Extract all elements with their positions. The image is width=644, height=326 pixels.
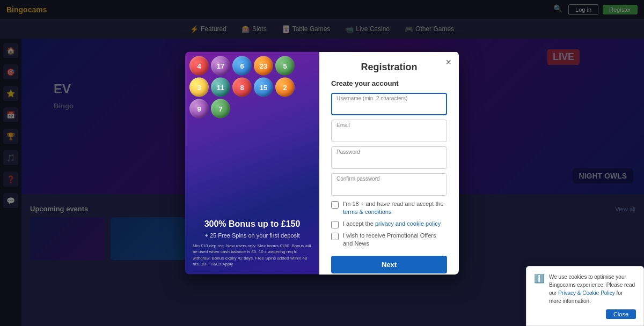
confirm-password-field-group: Confirm password [331, 173, 447, 196]
cookie-policy-link[interactable]: Privacy & Cookie Policy [558, 290, 615, 296]
ball-17: 17 [211, 56, 230, 76]
promo-main-text: 300% Bonus up to £150 [193, 219, 312, 230]
ball-4: 4 [189, 56, 209, 76]
cookie-close-button[interactable]: Close [606, 309, 636, 319]
checkbox-privacy-group: I accept the privacy and cookie policy [331, 219, 447, 228]
email-label: Email [336, 122, 350, 128]
checkbox-promo-group: I wish to receive Promotional Offers and… [331, 231, 447, 248]
ball-2: 2 [275, 78, 295, 97]
checkbox-terms-group: I'm 18 + and have read and accept the te… [331, 200, 447, 217]
next-button[interactable]: Next [331, 255, 447, 273]
terms-label: I'm 18 + and have read and accept the te… [343, 200, 447, 217]
password-label: Password [336, 149, 360, 155]
username-label: Username (min. 2 characters) [336, 95, 407, 101]
cookie-banner: ℹ️ We use cookies to optimise your Bingo… [526, 266, 644, 326]
privacy-checkbox[interactable] [331, 220, 339, 228]
ball-3: 3 [189, 78, 209, 97]
modal-title: Registration [331, 62, 447, 73]
ball-11: 11 [211, 78, 230, 97]
info-icon: ℹ️ [534, 273, 545, 284]
already-account-section: Already have an account? Log in here [331, 273, 447, 274]
form-section-title: Create your account [331, 79, 447, 87]
ball-23: 23 [254, 56, 273, 76]
confirm-password-label: Confirm password [336, 176, 380, 182]
cookie-text: We use cookies to optimise your Bingocam… [549, 273, 636, 305]
ball-6: 6 [232, 56, 252, 76]
modal-form-panel: × Registration Create your account Usern… [319, 52, 459, 275]
modal-close-button[interactable]: × [445, 57, 451, 67]
background-page: Bingocams 🔍 Log in Register ⚡ Featured 🎰… [0, 0, 644, 326]
promo-offers-label: I wish to receive Promotional Offers and… [343, 231, 447, 248]
promo-balls: 4 17 6 23 5 3 11 8 15 2 9 7 [185, 52, 319, 275]
terms-link[interactable]: terms & conditions [343, 209, 391, 215]
ball-7: 7 [211, 99, 230, 118]
modal-promo-panel: 4 17 6 23 5 3 11 8 15 2 9 7 300% Bonus u… [185, 52, 319, 275]
ball-5: 5 [275, 56, 295, 76]
username-field-group: Username (min. 2 characters) [331, 93, 447, 115]
privacy-label: I accept the privacy and cookie policy [343, 219, 441, 227]
terms-checkbox[interactable] [331, 201, 339, 209]
cookie-content: ℹ️ We use cookies to optimise your Bingo… [534, 273, 636, 305]
email-field-group: Email [331, 120, 447, 142]
promo-checkbox[interactable] [331, 232, 339, 240]
promo-fine-print: Min £10 dep req. New users only. Max bon… [193, 243, 312, 267]
privacy-link[interactable]: privacy and cookie policy [375, 220, 441, 226]
password-field-group: Password [331, 146, 447, 169]
ball-15: 15 [254, 78, 273, 97]
ball-9: 9 [189, 99, 209, 118]
promo-sub-text: + 25 Free Spins on your first deposit [193, 232, 312, 239]
ball-8: 8 [232, 78, 252, 97]
registration-modal: 4 17 6 23 5 3 11 8 15 2 9 7 300% Bonus u… [185, 52, 459, 275]
